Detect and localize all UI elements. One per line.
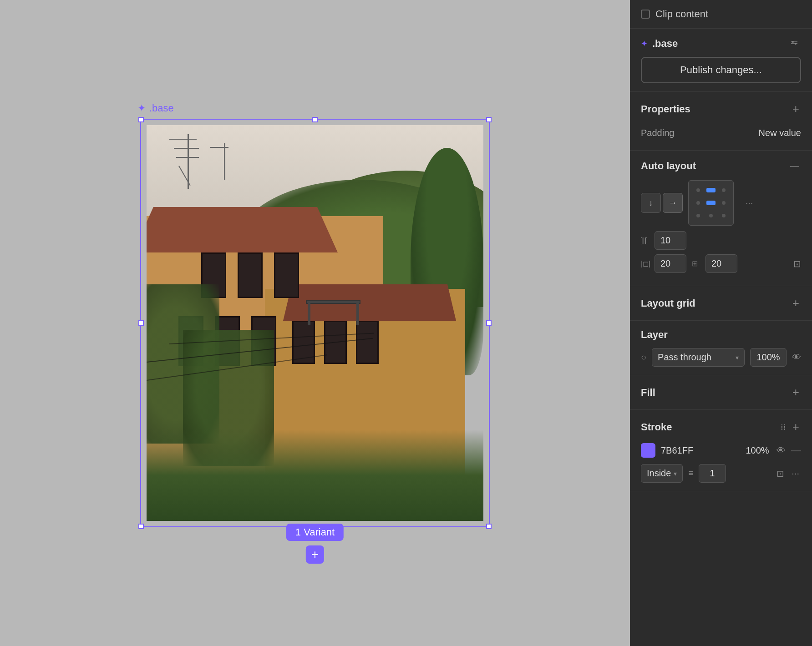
al-alignment-grid[interactable] — [688, 180, 734, 226]
component-title-row: ✦ .base — [641, 38, 678, 50]
al-padding-v-icon: ⊞ — [692, 259, 702, 268]
component-icon: ✦ — [641, 39, 648, 49]
al-more-button[interactable]: ··· — [739, 193, 759, 213]
al-padding-v-input[interactable]: 20 — [705, 254, 737, 273]
auto-layout-header: Auto layout — — [641, 159, 801, 173]
stroke-add-button[interactable]: + — [791, 418, 801, 436]
antenna-arm3 — [176, 157, 199, 158]
variant-label: 1 Variant — [286, 524, 344, 541]
layout-grid-title: Layout grid — [641, 298, 695, 309]
stroke-more-button[interactable]: ··· — [790, 466, 801, 480]
roof-1 — [147, 207, 338, 252]
stroke-align-icon: ≡ — [688, 469, 693, 478]
stroke-color-hex: 7B61FF — [661, 445, 738, 456]
layer-blend-mode-select[interactable]: Pass through ▾ — [652, 348, 745, 367]
al-spacing-row: ]|[ 10 — [641, 231, 801, 250]
handle-top-mid[interactable] — [312, 117, 318, 122]
antenna2 — [224, 143, 225, 180]
balcony-rail — [306, 300, 360, 304]
fill-title: Fill — [641, 387, 655, 399]
handle-bottom-right[interactable] — [486, 524, 492, 529]
al-padding-h-group: |◻| 20 — [641, 254, 686, 273]
stroke-options-row: Inside ▾ ≡ 1 ⊡ ··· — [641, 464, 801, 483]
frame-label: ✦ .base — [137, 102, 174, 114]
handle-bottom-left[interactable] — [138, 524, 144, 529]
canvas-area: ✦ .base — [0, 0, 630, 646]
properties-header: Properties + — [641, 100, 801, 118]
al-grid-cell-13 — [718, 184, 730, 196]
chevron-down-icon-stroke: ▾ — [674, 470, 677, 477]
al-resize-icon: ⊡ — [793, 258, 801, 269]
layer-title: Layer — [641, 329, 801, 341]
svg-point-3 — [795, 43, 797, 45]
al-spacing-icon: ]|[ — [641, 237, 651, 245]
al-padding-h-icon: |◻| — [641, 259, 651, 268]
al-grid-cell-11 — [692, 184, 704, 196]
component-settings-button[interactable] — [787, 37, 801, 50]
component-section: ✦ .base Publish changes... — [630, 29, 812, 92]
al-grid-cell-32 — [705, 210, 717, 222]
al-grid-cell-23 — [718, 197, 730, 209]
stroke-color-swatch[interactable] — [641, 443, 655, 458]
right-panel: Clip content ✦ .base Publish changes... … — [630, 0, 812, 646]
stroke-opacity: 100% — [744, 445, 771, 456]
visibility-icon[interactable]: 👁 — [792, 352, 801, 363]
publish-button[interactable]: Publish changes... — [641, 57, 801, 83]
frame-label-icon: ✦ — [137, 102, 146, 114]
al-padding-row: |◻| 20 ⊞ 20 ⊡ — [641, 254, 801, 273]
stroke-title: Stroke — [641, 421, 672, 433]
window-2 — [238, 252, 263, 298]
frame-wrapper: ✦ .base — [140, 119, 490, 527]
layout-grid-section: Layout grid + — [630, 286, 812, 321]
stroke-remove-button[interactable]: — — [791, 444, 801, 456]
stroke-visibility-icon[interactable]: 👁 — [776, 445, 786, 456]
properties-row: Padding New value — [641, 124, 801, 142]
component-header: ✦ .base — [641, 37, 801, 50]
al-spacing-input[interactable]: 10 — [655, 231, 686, 250]
layer-row: ○ Pass through ▾ 100% 👁 — [641, 348, 801, 367]
photo-canvas — [147, 125, 483, 521]
al-grid-cell-12 — [705, 184, 717, 196]
auto-layout-section: Auto layout — ↓ → — [630, 151, 812, 286]
layout-grid-add-button[interactable]: + — [791, 294, 801, 312]
layer-opacity-input[interactable]: 100% — [750, 348, 787, 367]
component-name: .base — [652, 38, 678, 50]
antenna2-arm — [210, 147, 228, 148]
clip-content-checkbox[interactable] — [641, 10, 650, 19]
al-grid-cell-31 — [692, 210, 704, 222]
handle-top-right[interactable] — [486, 117, 492, 122]
al-direction-buttons: ↓ → — [641, 193, 683, 213]
stroke-cap-icon: ⊡ — [776, 468, 784, 479]
handle-mid-left[interactable] — [138, 320, 144, 326]
properties-section: Properties + Padding New value — [630, 92, 812, 151]
balcony-post-r — [356, 303, 359, 325]
fill-add-button[interactable]: + — [791, 384, 801, 401]
properties-add-button[interactable]: + — [791, 100, 801, 118]
stroke-header: Stroke ⁞⁞ + — [641, 418, 801, 436]
al-padding-h-input[interactable]: 20 — [655, 254, 686, 273]
handle-mid-right[interactable] — [486, 320, 492, 326]
stroke-header-actions: ⁞⁞ + — [781, 418, 801, 436]
stroke-position-select[interactable]: Inside ▾ — [641, 464, 683, 483]
frame-border[interactable] — [140, 119, 490, 527]
window-9 — [356, 321, 379, 364]
frame-label-text: .base — [149, 102, 174, 114]
al-grid-cell-21 — [692, 197, 704, 209]
clip-content-row: Clip content — [630, 0, 812, 29]
properties-title: Properties — [641, 103, 690, 115]
svg-point-2 — [792, 41, 794, 43]
al-spacing-group: ]|[ 10 — [641, 231, 686, 250]
auto-layout-collapse-button[interactable]: — — [788, 159, 801, 173]
variant-add-button[interactable]: + — [306, 545, 324, 564]
handle-top-left[interactable] — [138, 117, 144, 122]
antenna-arm2 — [174, 148, 199, 149]
fill-section: Fill + — [630, 375, 812, 410]
clip-content-label: Clip content — [655, 8, 708, 20]
al-grid-cell-22 — [705, 197, 717, 209]
stroke-width-input[interactable]: 1 — [699, 464, 726, 483]
al-direction-right-button[interactable]: → — [663, 193, 683, 213]
al-padding-v-group: ⊞ 20 — [692, 254, 737, 273]
chevron-down-icon: ▾ — [736, 354, 739, 361]
padding-value: New value — [759, 128, 801, 138]
al-direction-down-button[interactable]: ↓ — [641, 193, 661, 213]
